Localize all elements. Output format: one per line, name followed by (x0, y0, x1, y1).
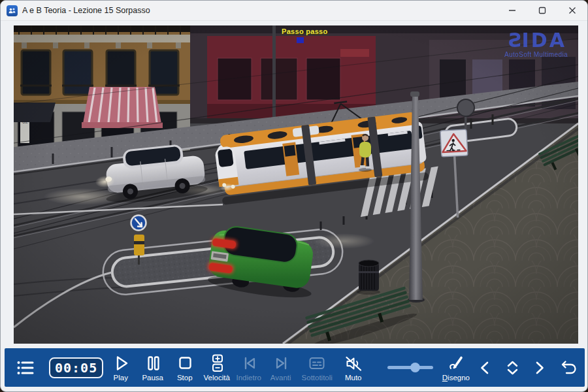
volume-slider-track[interactable] (387, 366, 433, 369)
subtitles-button[interactable]: Sottotitoli (297, 350, 337, 386)
volume-slider[interactable] (387, 359, 433, 377)
close-icon (568, 7, 576, 14)
skip-forward-icon (271, 353, 291, 373)
chevrons-up-down-icon (502, 357, 522, 378)
stop-icon (175, 353, 195, 373)
play-icon (111, 353, 131, 373)
mute-icon (343, 353, 364, 373)
app-icon (7, 5, 18, 16)
prev-slide-button[interactable] (475, 350, 495, 386)
next-slide-button[interactable] (530, 350, 549, 386)
title-bar: A e B Teoria - Lezione 15 Sorpasso (1, 1, 587, 21)
vignette (14, 25, 578, 344)
minimize-button[interactable] (497, 1, 527, 20)
maximize-icon (538, 7, 546, 14)
chevron-right-icon (530, 357, 549, 378)
maximize-button[interactable] (527, 1, 557, 20)
play-button[interactable]: Play (105, 350, 137, 386)
chapter-list-button[interactable] (15, 357, 36, 379)
nav-controls (475, 350, 577, 386)
subtitles-icon (306, 353, 327, 373)
list-icon (15, 357, 36, 378)
draw-button[interactable]: Disegno (442, 350, 470, 386)
sida-logo: SIDA AutoSoft Multimedia (504, 31, 568, 58)
stop-button[interactable]: Stop (169, 350, 201, 386)
speed-icon (207, 353, 227, 373)
forward-button[interactable]: Avanti (265, 350, 297, 386)
minimize-icon (508, 7, 516, 14)
street-scene: 62 (14, 25, 578, 344)
expand-collapse-button[interactable] (502, 350, 522, 386)
window-title: A e B Teoria - Lezione 15 Sorpasso (22, 6, 150, 15)
step-caption: Passo passo (282, 27, 328, 35)
people-icon (8, 7, 16, 15)
return-button[interactable] (557, 350, 577, 386)
sida-logo-brand: SIDA (504, 31, 568, 50)
back-button[interactable]: Indietro (233, 350, 265, 386)
pen-icon (446, 353, 466, 373)
caption-marker (297, 37, 304, 43)
mute-button[interactable]: Muto (337, 350, 369, 386)
pause-button[interactable]: Pausa (137, 350, 169, 386)
pause-icon (143, 353, 163, 373)
sida-logo-subtitle: AutoSoft Multimedia (504, 51, 568, 58)
volume-slider-thumb[interactable] (410, 363, 420, 372)
timer-display: 00:05 (49, 357, 103, 378)
return-arrow-icon (556, 357, 578, 378)
chevron-left-icon (475, 357, 495, 378)
close-button[interactable] (557, 1, 587, 20)
speed-button[interactable]: Velocità (201, 350, 233, 386)
player-toolbar: 00:05 Play Pausa Stop Ve (5, 348, 585, 387)
video-viewport: 62 (14, 25, 578, 344)
skip-back-icon (239, 353, 259, 373)
app-window: A e B Teoria - Lezione 15 Sorpasso (0, 0, 588, 392)
